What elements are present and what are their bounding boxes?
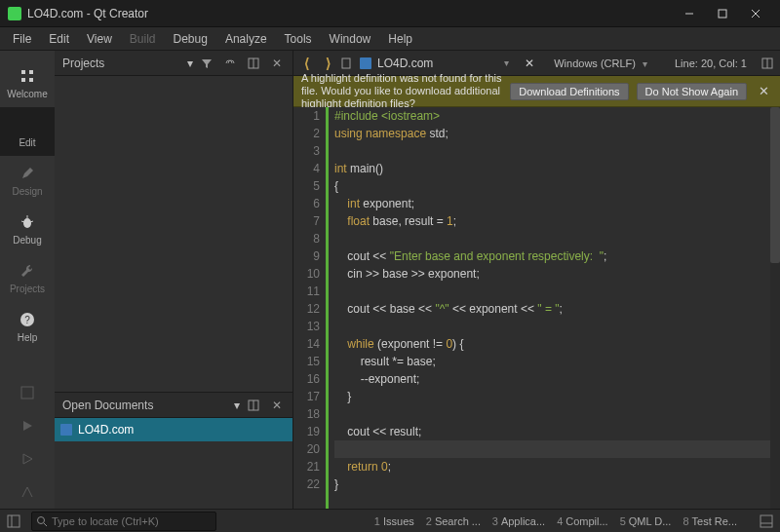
menu-tools[interactable]: Tools — [276, 29, 321, 49]
run-button[interactable] — [0, 409, 55, 442]
menu-build: Build — [121, 29, 165, 49]
menu-help[interactable]: Help — [379, 29, 421, 49]
output-tab-2[interactable]: 2Search ... — [420, 515, 487, 527]
filter-icon[interactable] — [197, 54, 216, 73]
output-tab-4[interactable]: 4Compil... — [551, 515, 614, 527]
menu-debug[interactable]: Debug — [165, 29, 216, 49]
output-tab-1[interactable]: 1Issues — [369, 515, 420, 527]
code-line[interactable]: float base, result = 1; — [334, 212, 780, 230]
toggle-sidebar-icon[interactable] — [0, 510, 27, 533]
scrollbar-thumb[interactable] — [770, 107, 780, 263]
code-line[interactable]: while (exponent != 0) { — [334, 335, 780, 353]
tab-number: 4 — [557, 515, 563, 527]
svg-rect-14 — [21, 387, 33, 399]
code-line[interactable]: #include <iostream> — [334, 107, 780, 125]
tab-label: QML D... — [629, 515, 672, 527]
projects-panel-selector[interactable]: Projects ▾ — [60, 57, 193, 70]
line-number: 13 — [293, 318, 320, 335]
menu-window[interactable]: Window — [321, 29, 380, 49]
do-not-show-again-button[interactable]: Do Not Show Again — [637, 83, 747, 100]
code-line[interactable]: int exponent; — [334, 195, 780, 212]
svg-point-8 — [23, 218, 31, 228]
line-number: 8 — [293, 230, 320, 247]
editor-split-icon[interactable] — [759, 55, 776, 72]
code-line[interactable]: { — [334, 177, 780, 195]
bookmark-icon[interactable] — [340, 57, 352, 69]
split-icon[interactable] — [244, 396, 263, 415]
code-line[interactable]: result *= base; — [334, 353, 780, 370]
toggle-output-icon[interactable] — [753, 510, 780, 533]
code-line[interactable]: int main() — [334, 160, 780, 177]
menu-view[interactable]: View — [78, 29, 121, 49]
editor-filename: LO4D.com — [377, 57, 494, 70]
minimize-button[interactable] — [673, 2, 706, 25]
code-content[interactable]: #include <iostream>using namespace std;i… — [329, 107, 780, 509]
vertical-scrollbar[interactable] — [770, 107, 780, 509]
menu-file[interactable]: File — [4, 29, 40, 49]
mode-edit[interactable]: Edit — [0, 107, 55, 156]
svg-marker-15 — [23, 421, 32, 431]
code-line[interactable]: } — [334, 388, 780, 405]
code-line[interactable]: return 0; — [334, 458, 780, 475]
code-line[interactable] — [334, 230, 780, 247]
code-line[interactable] — [334, 440, 780, 458]
output-tab-5[interactable]: 5QML D... — [614, 515, 678, 527]
brush-icon — [18, 164, 37, 183]
link-icon[interactable] — [220, 54, 240, 73]
projects-panel-header: Projects ▾ ✕ — [55, 51, 292, 76]
split-icon[interactable] — [244, 54, 263, 73]
panel-close-icon[interactable]: ✕ — [267, 396, 287, 415]
svg-rect-21 — [342, 58, 350, 68]
output-tab-8[interactable]: 8Test Re... — [677, 515, 743, 527]
locator-search[interactable] — [31, 512, 216, 531]
editor-close-button[interactable]: ✕ — [521, 57, 538, 70]
code-line[interactable]: cin >> base >> exponent; — [334, 265, 780, 283]
cursor-position[interactable]: Line: 20, Col: 1 — [667, 57, 755, 69]
code-line[interactable]: } — [334, 475, 780, 493]
code-line[interactable] — [334, 142, 780, 160]
nav-back-button[interactable]: ⟨ — [297, 55, 315, 72]
mode-help[interactable]: ?Help — [0, 302, 55, 351]
help-icon: ? — [18, 310, 37, 329]
panel-close-icon[interactable]: ✕ — [267, 54, 287, 73]
output-tab-3[interactable]: 3Applica... — [487, 515, 551, 527]
debug-run-button[interactable] — [0, 442, 55, 475]
notification-close-icon[interactable]: ✕ — [755, 83, 772, 100]
close-button[interactable] — [739, 2, 772, 25]
svg-rect-1 — [719, 10, 726, 18]
line-number: 16 — [293, 370, 320, 388]
maximize-button[interactable] — [706, 2, 739, 25]
code-line[interactable]: --exponent; — [334, 370, 780, 388]
svg-point-26 — [38, 516, 45, 523]
bug-icon — [18, 212, 37, 232]
code-line[interactable] — [334, 318, 780, 335]
code-line[interactable]: cout << result; — [334, 423, 780, 440]
line-ending-selector[interactable]: Windows (CRLF) ▾ — [542, 57, 663, 69]
mode-debug[interactable]: Debug — [0, 205, 55, 253]
nav-forward-button[interactable]: ⟩ — [319, 55, 336, 72]
open-documents-header: Open Documents ▾ ✕ — [55, 393, 292, 418]
menu-analyze[interactable]: Analyze — [216, 29, 276, 49]
menu-edit[interactable]: Edit — [40, 29, 78, 49]
build-button[interactable] — [0, 475, 55, 509]
code-line[interactable]: cout << "Enter base and exponent respect… — [334, 247, 780, 265]
line-number: 12 — [293, 300, 320, 318]
open-document-item[interactable]: LO4D.com — [55, 418, 292, 441]
file-selector[interactable]: LO4D.com ▾ — [356, 57, 517, 70]
svg-text:?: ? — [24, 315, 30, 325]
line-number: 14 — [293, 335, 320, 353]
code-editor[interactable]: 12345678910111213141516171819202122 #inc… — [293, 107, 780, 509]
code-line[interactable]: using namespace std; — [334, 125, 780, 142]
tab-label: Issues — [383, 515, 414, 527]
mode-welcome[interactable]: Welcome — [0, 58, 55, 107]
locator-input[interactable] — [52, 515, 212, 527]
open-documents-selector[interactable]: Open Documents ▾ — [60, 399, 240, 412]
code-line[interactable] — [334, 405, 780, 423]
pencil-icon — [18, 115, 37, 134]
svg-rect-5 — [29, 70, 33, 74]
tab-number: 5 — [620, 515, 626, 527]
download-definitions-button[interactable]: Download Definitions — [510, 83, 628, 100]
target-selector-button[interactable] — [0, 376, 55, 409]
code-line[interactable] — [334, 283, 780, 300]
code-line[interactable]: cout << base << "^" << exponent << " = "… — [334, 300, 780, 318]
